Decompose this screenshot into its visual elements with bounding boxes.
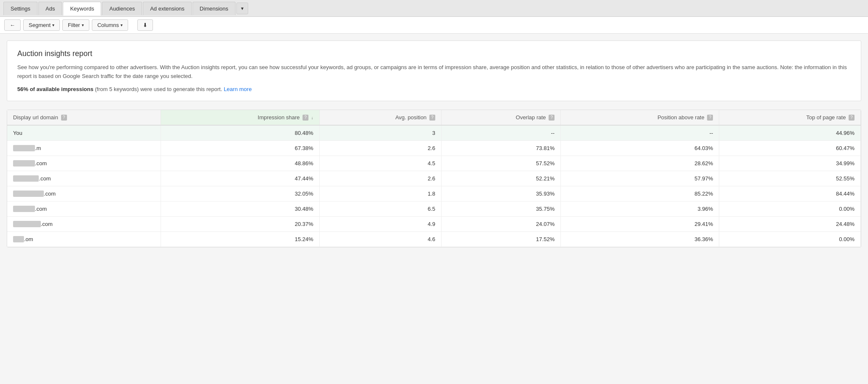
domain-suffix: .com xyxy=(39,175,51,182)
cell-avg-position: 3 xyxy=(319,125,441,141)
th-impression-share-sort-icon: ↓ xyxy=(311,115,313,120)
cell-position-above-rate: 28.62% xyxy=(561,156,719,171)
download-icon: ⬇ xyxy=(143,22,147,28)
report-title: Auction insights report xyxy=(17,49,851,58)
th-top-of-page-rate-help-icon[interactable]: ? xyxy=(849,115,855,121)
cell-top-of-page-rate: 0.00% xyxy=(719,201,861,217)
cell-domain: xxxxxxxxso.com xyxy=(7,217,161,232)
tab-more-button[interactable]: ▾ xyxy=(236,3,248,14)
cell-avg-position: 4.5 xyxy=(319,156,441,171)
impressions-note-bold: 56% of available impressions xyxy=(17,86,94,92)
cell-domain: xxxxxxxx.com xyxy=(7,156,161,171)
cell-impression-share: 30.48% xyxy=(161,201,319,217)
columns-button[interactable]: Columns ▾ xyxy=(92,19,128,31)
cell-top-of-page-rate: 52.55% xyxy=(719,171,861,186)
cell-top-of-page-rate: 34.99% xyxy=(719,156,861,171)
blurred-prefix: xxxxxxxxls xyxy=(13,175,39,182)
table-row: xxxxxxxx.com48.86%4.557.52%28.62%34.99% xyxy=(7,156,861,171)
cell-top-of-page-rate: 44.96% xyxy=(719,125,861,141)
th-display-url-label: Display url domain xyxy=(13,114,58,121)
cell-top-of-page-rate: 84.44% xyxy=(719,186,861,201)
cell-avg-position: 2.6 xyxy=(319,171,441,186)
back-icon: ← xyxy=(10,22,15,28)
th-overlap-rate: Overlap rate ? xyxy=(441,110,560,126)
table-row: xxxxxxxx.com30.48%6.535.75%3.96%0.00% xyxy=(7,201,861,217)
cell-avg-position: 4.9 xyxy=(319,217,441,232)
columns-label: Columns xyxy=(97,22,119,28)
cell-position-above-rate: 36.36% xyxy=(561,232,719,247)
back-button[interactable]: ← xyxy=(4,19,21,31)
main-content: Auction insights report See how you're p… xyxy=(0,34,868,254)
blurred-prefix: xxxx xyxy=(13,236,24,242)
th-impression-share-help-icon[interactable]: ? xyxy=(303,115,308,121)
cell-top-of-page-rate: 60.47% xyxy=(719,141,861,156)
cell-impression-share: 80.48% xyxy=(161,125,319,141)
cell-position-above-rate: 29.41% xyxy=(561,217,719,232)
filter-button[interactable]: Filter ▾ xyxy=(62,19,89,31)
th-impression-share-label: Impression share xyxy=(258,114,300,121)
cell-top-of-page-rate: 24.48% xyxy=(719,217,861,232)
cell-overlap-rate: 35.93% xyxy=(441,186,560,201)
tab-audiences[interactable]: Audiences xyxy=(102,2,142,15)
cell-overlap-rate: 17.52% xyxy=(441,232,560,247)
table-row: xxxxxxxxls.com47.44%2.652.21%57.97%52.55… xyxy=(7,171,861,186)
table-row: xxxx.om15.24%4.617.52%36.36%0.00% xyxy=(7,232,861,247)
cell-domain: xxxxxxxxtool.com xyxy=(7,186,161,201)
cell-impression-share: 47.44% xyxy=(161,171,319,186)
cell-impression-share: 67.38% xyxy=(161,141,319,156)
blurred-prefix: xxxxxxxx xyxy=(13,206,35,212)
cell-overlap-rate: -- xyxy=(441,125,560,141)
cell-position-above-rate: 64.03% xyxy=(561,141,719,156)
report-description: See how you're performing compared to ot… xyxy=(17,63,851,81)
cell-overlap-rate: 73.81% xyxy=(441,141,560,156)
segment-chevron-icon: ▾ xyxy=(52,23,54,27)
cell-impression-share: 48.86% xyxy=(161,156,319,171)
segment-button[interactable]: Segment ▾ xyxy=(23,19,60,31)
th-avg-position: Avg. position ? xyxy=(319,110,441,126)
download-button[interactable]: ⬇ xyxy=(137,19,153,31)
tab-dimensions[interactable]: Dimensions xyxy=(193,2,236,15)
cell-impression-share: 15.24% xyxy=(161,232,319,247)
domain-suffix: .com xyxy=(35,206,47,212)
th-display-url-help-icon[interactable]: ? xyxy=(61,115,67,121)
table-row: xxxxxxxxtool.com32.05%1.835.93%85.22%84.… xyxy=(7,186,861,201)
domain-suffix: .com xyxy=(35,160,47,166)
cell-avg-position: 1.8 xyxy=(319,186,441,201)
cell-avg-position: 4.6 xyxy=(319,232,441,247)
domain-suffix: .com xyxy=(44,191,56,197)
blurred-prefix: xxxxxxxx xyxy=(13,145,35,151)
tab-ads[interactable]: Ads xyxy=(38,2,62,15)
cell-domain: xxxxxxxx.com xyxy=(7,201,161,217)
tab-keywords[interactable]: Keywords xyxy=(63,2,101,16)
learn-more-link[interactable]: Learn more xyxy=(224,86,252,92)
domain-suffix: .om xyxy=(24,236,33,242)
cell-top-of-page-rate: 0.00% xyxy=(719,232,861,247)
impressions-note: 56% of available impressions (from 5 key… xyxy=(17,86,851,92)
th-top-of-page-rate: Top of page rate ? xyxy=(719,110,861,126)
th-avg-position-help-icon[interactable]: ? xyxy=(429,115,435,121)
cell-position-above-rate: 57.97% xyxy=(561,171,719,186)
tab-bar: Settings Ads Keywords Audiences Ad exten… xyxy=(0,0,868,17)
table-header-row: Display url domain ? Impression share ? … xyxy=(7,110,861,126)
th-overlap-rate-label: Overlap rate xyxy=(516,114,546,121)
th-overlap-rate-help-icon[interactable]: ? xyxy=(549,115,555,121)
th-impression-share[interactable]: Impression share ? ↓ xyxy=(161,110,319,126)
table-container: Display url domain ? Impression share ? … xyxy=(7,110,861,248)
auction-insights-table: Display url domain ? Impression share ? … xyxy=(7,110,861,247)
cell-overlap-rate: 24.07% xyxy=(441,217,560,232)
cell-domain: xxxxxxxx.m xyxy=(7,141,161,156)
cell-domain: xxxxxxxxls.com xyxy=(7,171,161,186)
impressions-note-rest: (from 5 keywords) were used to generate … xyxy=(94,86,224,92)
tab-ad-extensions[interactable]: Ad extensions xyxy=(143,2,192,15)
tab-settings[interactable]: Settings xyxy=(3,2,38,15)
th-avg-position-label: Avg. position xyxy=(395,114,426,121)
th-position-above-rate-help-icon[interactable]: ? xyxy=(707,115,713,121)
cell-avg-position: 2.6 xyxy=(319,141,441,156)
blurred-prefix: xxxxxxxx xyxy=(13,160,35,166)
blurred-prefix: xxxxxxxxtool xyxy=(13,191,44,197)
cell-domain: xxxx.om xyxy=(7,232,161,247)
blurred-prefix: xxxxxxxxso xyxy=(13,221,41,227)
toolbar: ← Segment ▾ Filter ▾ Columns ▾ ⬇ xyxy=(0,17,868,34)
cell-overlap-rate: 35.75% xyxy=(441,201,560,217)
domain-suffix: .com xyxy=(41,221,53,227)
